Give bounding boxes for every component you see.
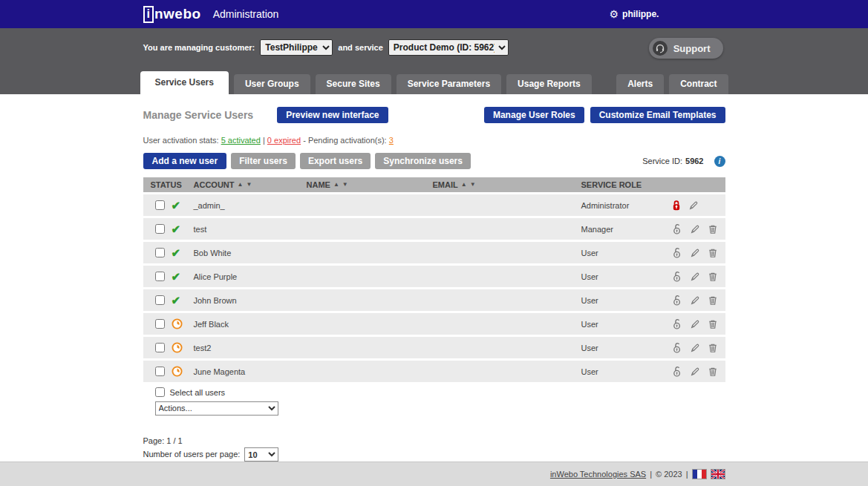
status-activated-icon: ✔ bbox=[172, 223, 181, 234]
status-cell: ✔ bbox=[143, 271, 194, 282]
unlock-icon[interactable] bbox=[672, 223, 682, 234]
pending-label: - Pending activation(s): bbox=[303, 136, 387, 145]
actions-cell bbox=[672, 318, 725, 329]
account-cell[interactable]: test2 bbox=[194, 344, 307, 352]
actions-cell bbox=[672, 342, 725, 353]
sort-asc-email-icon[interactable]: ▲ bbox=[461, 182, 467, 188]
unlock-icon[interactable] bbox=[672, 271, 682, 282]
sort-desc-email-icon[interactable]: ▼ bbox=[470, 182, 476, 188]
service-id-value: 5962 bbox=[685, 157, 703, 165]
customer-select[interactable]: TestPhilippe bbox=[260, 39, 333, 56]
edit-icon[interactable] bbox=[690, 224, 700, 234]
account-cell[interactable]: June Magenta bbox=[194, 367, 307, 376]
unlock-icon[interactable] bbox=[672, 366, 682, 377]
edit-icon[interactable] bbox=[690, 272, 700, 282]
edit-icon[interactable] bbox=[690, 343, 700, 353]
manage-user-roles-button[interactable]: Manage User Roles bbox=[484, 107, 584, 123]
tab-service-users[interactable]: Service Users bbox=[140, 71, 229, 94]
unlock-icon[interactable] bbox=[672, 318, 682, 329]
add-new-user-button[interactable]: Add a new user bbox=[143, 153, 227, 169]
delete-icon[interactable] bbox=[708, 343, 718, 353]
export-users-button[interactable]: Export users bbox=[300, 153, 371, 169]
tab-secure-sites[interactable]: Secure Sites bbox=[316, 74, 391, 94]
edit-icon[interactable] bbox=[690, 248, 700, 258]
support-button[interactable]: Support bbox=[649, 38, 723, 59]
delete-icon[interactable] bbox=[708, 295, 718, 306]
unlock-icon[interactable] bbox=[672, 247, 682, 258]
bulk-actions-select[interactable]: Actions... bbox=[155, 401, 278, 416]
per-page-select[interactable]: 10 bbox=[244, 447, 278, 462]
headset-icon bbox=[653, 41, 668, 56]
actions-cell bbox=[672, 295, 725, 306]
tab-contract[interactable]: Contract bbox=[669, 74, 728, 94]
delete-icon[interactable] bbox=[708, 367, 718, 377]
expired-link[interactable]: 0 expired bbox=[267, 136, 301, 145]
tab-alerts[interactable]: Alerts bbox=[616, 74, 664, 94]
top-bar: i nwebo Administration ⚙ philippe. bbox=[0, 0, 868, 28]
british-flag-icon[interactable] bbox=[711, 469, 725, 479]
account-cell[interactable]: Bob White bbox=[194, 249, 307, 257]
activation-stats: User activation stats: 5 activated | 0 e… bbox=[143, 136, 725, 145]
row-checkbox[interactable] bbox=[155, 367, 165, 376]
pending-count-link[interactable]: 3 bbox=[389, 136, 394, 145]
user-menu[interactable]: ⚙ philippe. bbox=[610, 9, 659, 19]
delete-icon[interactable] bbox=[708, 319, 718, 329]
sort-asc-account-icon[interactable]: ▲ bbox=[238, 182, 244, 188]
account-cell[interactable]: Alice Purple bbox=[194, 272, 307, 281]
customize-email-templates-button[interactable]: Customize Email Templates bbox=[590, 107, 725, 123]
tab-user-groups[interactable]: User Groups bbox=[234, 74, 310, 94]
row-checkbox[interactable] bbox=[155, 319, 165, 329]
activated-link[interactable]: 5 activated bbox=[221, 136, 261, 145]
service-select[interactable]: Product Demo (ID: 5962) bbox=[388, 39, 509, 56]
delete-icon[interactable] bbox=[708, 272, 718, 282]
row-checkbox[interactable] bbox=[155, 343, 165, 352]
delete-icon[interactable] bbox=[708, 248, 718, 258]
actions-cell bbox=[672, 223, 725, 234]
tab-usage-reports[interactable]: Usage Reports bbox=[506, 74, 592, 94]
edit-icon[interactable] bbox=[690, 295, 700, 306]
role-cell: User bbox=[575, 320, 672, 329]
status-activated-icon: ✔ bbox=[172, 200, 181, 211]
french-flag-icon[interactable] bbox=[692, 469, 707, 479]
select-all-checkbox[interactable] bbox=[155, 387, 165, 397]
lock-icon[interactable] bbox=[672, 200, 681, 211]
preview-new-interface-button[interactable]: Preview new interface bbox=[277, 107, 388, 123]
table-body: ✔ _admin_ Administrator bbox=[143, 194, 725, 382]
row-checkbox[interactable] bbox=[155, 272, 165, 281]
column-email: EMAIL bbox=[433, 180, 458, 189]
sort-asc-name-icon[interactable]: ▲ bbox=[333, 182, 339, 188]
edit-icon[interactable] bbox=[690, 367, 700, 377]
account-cell[interactable]: John Brown bbox=[194, 296, 307, 305]
role-cell: User bbox=[575, 249, 672, 257]
row-checkbox[interactable] bbox=[155, 248, 165, 257]
status-cell: ✔ bbox=[143, 318, 194, 329]
status-pending-icon bbox=[172, 366, 183, 377]
sort-desc-name-icon[interactable]: ▼ bbox=[342, 182, 348, 188]
filter-users-button[interactable]: Filter users bbox=[231, 153, 296, 169]
sort-desc-account-icon[interactable]: ▼ bbox=[246, 182, 252, 188]
status-pending-icon bbox=[172, 318, 183, 329]
page: i nwebo Administration ⚙ philippe. You a… bbox=[0, 0, 868, 486]
info-icon[interactable]: i bbox=[714, 156, 725, 167]
tab-service-parameters[interactable]: Service Parameters bbox=[397, 74, 501, 94]
footer: inWebo Technologies SAS | © 2023 | bbox=[0, 462, 868, 486]
row-checkbox[interactable] bbox=[155, 200, 165, 210]
gear-icon: ⚙ bbox=[610, 9, 619, 19]
footer-separator-1: | bbox=[650, 470, 652, 479]
row-checkbox[interactable] bbox=[155, 295, 165, 305]
page-title: Manage Service Users bbox=[143, 109, 254, 121]
account-cell[interactable]: test bbox=[194, 225, 307, 234]
account-cell[interactable]: _admin_ bbox=[194, 201, 307, 210]
unlock-icon[interactable] bbox=[672, 342, 682, 353]
company-link[interactable]: inWebo Technologies SAS bbox=[550, 470, 646, 479]
account-cell[interactable]: Jeff Black bbox=[194, 320, 307, 329]
edit-icon[interactable] bbox=[688, 200, 699, 211]
page-indicator: Page: 1 / 1 bbox=[143, 435, 725, 448]
delete-icon[interactable] bbox=[708, 224, 718, 234]
synchronize-users-button[interactable]: Synchronize users bbox=[375, 153, 471, 169]
unlock-icon[interactable] bbox=[672, 295, 682, 306]
table-row: ✔ _admin_ Administrator bbox=[143, 194, 725, 216]
table-row: ✔ John Brown User bbox=[143, 289, 725, 311]
edit-icon[interactable] bbox=[690, 319, 700, 329]
row-checkbox[interactable] bbox=[155, 224, 165, 234]
